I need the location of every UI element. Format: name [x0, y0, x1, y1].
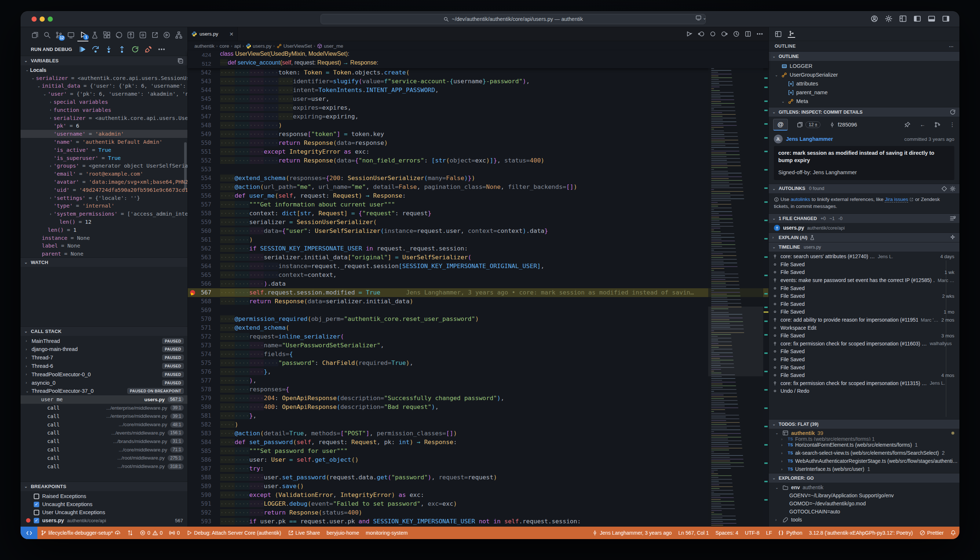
host-item[interactable]: beryjuio-home	[323, 527, 363, 539]
gitlens-inspect-icon[interactable]	[788, 30, 795, 38]
breakpoint-cell[interactable]	[188, 86, 199, 95]
breakpoint-cell[interactable]	[188, 412, 199, 420]
outline-item[interactable]: ⌄UserGroupSerializer	[769, 70, 960, 79]
code-line[interactable]: 512····def service_account(self, request…	[188, 59, 768, 68]
breakpoint-cell[interactable]	[188, 209, 199, 218]
code-line[interactable]: 556····def user_me(self, request: Reques…	[188, 192, 768, 200]
chevron-right-icon[interactable]: ›	[781, 467, 786, 471]
activity-run-task-icon[interactable]	[162, 28, 173, 42]
breakpoint-cell[interactable]	[188, 306, 199, 315]
code-line[interactable]: 578········responses={	[188, 385, 768, 394]
back-icon[interactable]: ←	[920, 122, 925, 128]
variable-row[interactable]: ›'settings' = {'locale': ''}	[20, 194, 187, 202]
todos-file-row[interactable]: ›TSUserInterface.ts (web/src/user)1	[769, 465, 960, 473]
open-changes-icon[interactable]	[709, 30, 716, 37]
chevron-down-icon[interactable]: ⌄	[36, 84, 42, 88]
ports-item[interactable]: 0	[166, 527, 183, 539]
chevron-right-icon[interactable]: ›	[48, 108, 53, 112]
breakpoint-cell[interactable]	[188, 482, 199, 491]
more-actions-icon[interactable]	[756, 30, 763, 37]
code-line[interactable]: 591············LOGGER.debug(event="Faile…	[188, 500, 768, 508]
breakpoint-cell[interactable]	[188, 367, 199, 376]
activity-source-control-icon[interactable]: 12	[53, 28, 65, 42]
breakpoint-cell[interactable]	[188, 394, 199, 403]
breakpoint-cell[interactable]	[188, 420, 199, 429]
compare-item[interactable]	[124, 527, 137, 539]
callstack-frame[interactable]: __call__.../brands/middleware.py31:1	[20, 437, 187, 446]
commit-graph-icon[interactable]	[934, 122, 941, 128]
variable-row[interactable]: len() = 1	[20, 226, 187, 234]
code-line[interactable]: 566············).data	[188, 280, 768, 288]
breakpoint-cell[interactable]	[188, 385, 199, 394]
breakpoint-cell[interactable]	[188, 51, 199, 59]
variable-row[interactable]: 'pk' = 6	[20, 122, 187, 130]
code-line[interactable]: 574············fields={	[188, 350, 768, 359]
breadcrumb-item[interactable]: UserViewSet	[277, 43, 312, 49]
debug-status-item[interactable]: Debug: Attach Server Core (authentik)	[183, 527, 284, 539]
callstack-thread[interactable]: ›Thread-6PAUSED	[20, 362, 187, 370]
callstack-frame[interactable]: user_meusers.py567:1	[20, 395, 187, 404]
callstack-thread[interactable]: ›MainThreadPAUSED	[20, 337, 187, 345]
breakpoint-cell[interactable]	[188, 183, 199, 192]
code-line[interactable]: 572········request=inline_serializer(	[188, 332, 768, 341]
explorer-go-section-header[interactable]: ⌄EXPLORER: GO	[769, 473, 960, 483]
breakpoint-cell[interactable]	[188, 130, 199, 138]
code-line[interactable]: 551············except IntegrityError as …	[188, 147, 768, 156]
chevron-down-icon[interactable]: ⌄	[24, 68, 30, 72]
code-line[interactable]: 584····def set_password(self, request: R…	[188, 438, 768, 447]
code-line[interactable]: 544····················intent=TokenInten…	[188, 86, 768, 95]
timeline-item[interactable]: File Saved1 wk	[769, 268, 960, 277]
breakpoint-cell[interactable]	[188, 112, 199, 121]
breakpoint-cell[interactable]	[188, 473, 199, 482]
activity-extensions-icon[interactable]	[101, 28, 113, 42]
callstack-thread[interactable]: ⌄ThreadPoolExecutor-37_0PAUSED ON BREAKP…	[20, 387, 187, 395]
todos-workspace-row[interactable]: ⌄authentik39	[769, 429, 960, 437]
overview-ruler[interactable]	[763, 68, 768, 527]
variable-row[interactable]: parent = None	[20, 250, 187, 257]
outline-item[interactable]: attributes	[769, 79, 960, 88]
chevron-down-icon[interactable]: ⌄	[780, 99, 786, 103]
breakpoint-cell[interactable]	[188, 227, 199, 235]
breakpoint-cell[interactable]	[188, 147, 199, 156]
variable-row[interactable]: ⌄'user' = {'pk': 6, 'username': 'akadmin…	[20, 90, 187, 98]
code-line[interactable]: 580············400: OpenApiResponse(desc…	[188, 403, 768, 412]
monitor-item[interactable]: monitoring-system	[362, 527, 411, 539]
breakpoint-cell[interactable]	[188, 95, 199, 103]
chevron-right-icon[interactable]: ›	[48, 116, 53, 120]
live-share-item[interactable]: Live Share	[285, 527, 323, 539]
more-actions-icon[interactable]: ⋯	[949, 43, 953, 49]
callstack-frame[interactable]: __call__.../events/middleware.py156:1	[20, 429, 187, 437]
activity-remote-explorer-icon[interactable]	[65, 28, 77, 42]
code-line[interactable]: 581········},	[188, 412, 768, 420]
go-tools-row[interactable]: ›tools	[769, 516, 960, 524]
activity-github-icon[interactable]	[113, 28, 125, 42]
chevron-right-icon[interactable]: ›	[26, 364, 32, 368]
code-line[interactable]: 557········"""Get information about curr…	[188, 200, 768, 209]
breakpoint-cell[interactable]	[188, 341, 199, 350]
more-actions-icon[interactable]	[158, 45, 165, 53]
code-line[interactable]: 568········return Response(data=serializ…	[188, 297, 768, 306]
code-line[interactable]: 554····@extend_schema(responses={200: Se…	[188, 174, 768, 183]
autolinks-icon[interactable]	[941, 185, 947, 192]
timeline-item[interactable]: File Saved	[769, 260, 960, 268]
code-line[interactable]: 547····················expiring=expiring…	[188, 112, 768, 121]
code-line[interactable]: 587········try:	[188, 464, 768, 473]
outline-section-header[interactable]: ⌄OUTLINE	[769, 51, 960, 61]
refresh-icon[interactable]	[950, 109, 956, 115]
breakpoint-row[interactable]: ✓Uncaught Exceptions	[20, 500, 187, 508]
zoom-window-button[interactable]	[48, 17, 53, 22]
breakpoint-cell[interactable]	[188, 156, 199, 165]
view-mode-icon[interactable]	[950, 215, 956, 222]
chevron-down-icon[interactable]: ⌄	[42, 92, 48, 96]
variable-row[interactable]: 'username' = 'akadmin'	[20, 130, 187, 138]
timeline-item[interactable]: File Saved	[769, 348, 960, 356]
code-line[interactable]: 582····)	[188, 420, 768, 429]
todos-section-header[interactable]: ⌄TODOS: FLAT (39)	[769, 419, 960, 429]
variable-row[interactable]: 'name' = 'authentik Default Admin'	[20, 138, 187, 146]
breakpoint-cell[interactable]	[188, 332, 199, 341]
callstack-frame[interactable]: __call__.../enterprise/middleware.py39:1	[20, 412, 187, 420]
code-line[interactable]: 564················instance=request._req…	[188, 262, 768, 271]
pin-icon[interactable]	[905, 122, 911, 128]
callstack-frame[interactable]: __call__.../root/middleware.py275:1	[20, 453, 187, 462]
breakpoint-checkbox[interactable]: ✓	[34, 518, 39, 523]
